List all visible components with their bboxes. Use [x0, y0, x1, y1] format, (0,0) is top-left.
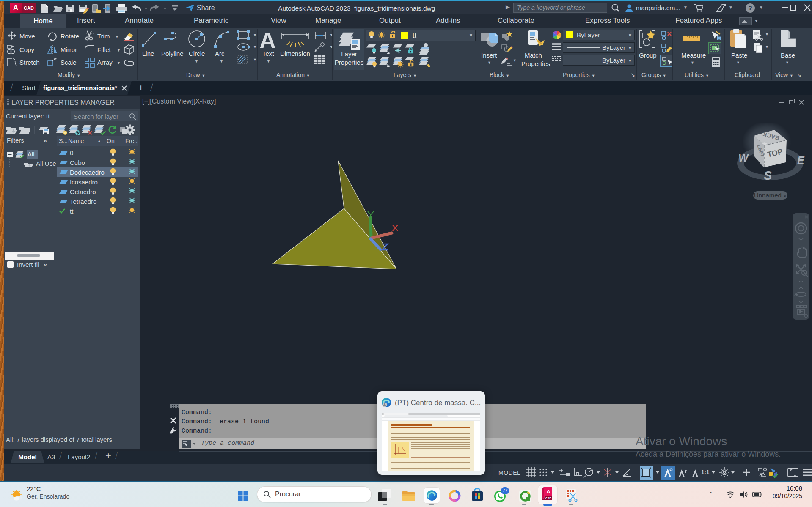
svg-text:CAD: CAD [545, 497, 551, 500]
svg-text:E: E [797, 154, 805, 166]
svg-text:A: A [546, 488, 551, 495]
svg-text:S: S [764, 169, 772, 182]
svg-text:W: W [738, 152, 749, 164]
